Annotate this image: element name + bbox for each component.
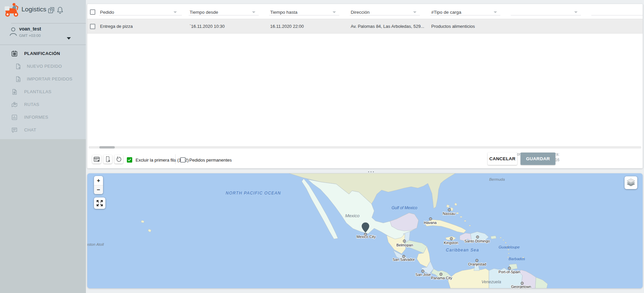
map-label-belmopan: Belmopan: [396, 243, 413, 247]
map-label-mexico: Mexico: [345, 213, 360, 218]
cancel-button[interactable]: CANCELAR: [488, 153, 517, 165]
cell-tiempo-hasta: 16.11.2020 22:00: [270, 19, 346, 34]
sidebar: Logistics ? voan_test GMT +03:00: [0, 0, 86, 293]
brand-header: Logistics ?: [0, 0, 86, 19]
sidebar-item-label: INFORMES: [24, 111, 48, 124]
column-select-tiempo-hasta[interactable]: Tiempo hasta: [270, 4, 339, 19]
chevron-down-icon: [413, 11, 416, 13]
map-canvas[interactable]: NORTH PACIFIC OCEAN Gulf of Mexico Carib…: [87, 173, 643, 288]
file-pin-icon: [11, 89, 18, 95]
fullscreen-button[interactable]: [94, 197, 105, 209]
sidebar-item-planificacion[interactable]: PLANIFICACIÓN: [0, 47, 86, 60]
user-avatar-icon: [9, 26, 17, 37]
column-select-pedido[interactable]: Pedido: [100, 4, 183, 19]
user-timezone: GMT +03:00: [19, 34, 41, 38]
map-label-barbados: Barbados: [508, 257, 525, 261]
row-checkbox[interactable]: [90, 24, 95, 29]
map-label-mexico-city: Mexico City: [357, 235, 376, 239]
chevron-down-icon: [174, 11, 177, 13]
column-select-empty-2[interactable]: [592, 4, 643, 19]
column-select-tiempo-desde[interactable]: Tiempo desde: [190, 4, 259, 19]
cell-direccion: Av. Palomas 84, Las Arboledas, 529...: [351, 19, 428, 34]
select-all-checkbox[interactable]: [90, 9, 95, 15]
add-rows-button[interactable]: [92, 155, 101, 164]
column-select-direccion[interactable]: Dirección: [351, 4, 420, 19]
zoom-control: + −: [94, 176, 103, 194]
chevron-down-icon: [333, 11, 336, 13]
sidebar-item-rutas[interactable]: RUTAS: [0, 98, 86, 111]
basemap: NORTH PACIFIC OCEAN Gulf of Mexico Carib…: [87, 173, 643, 288]
sidebar-item-informes[interactable]: INFORMES: [0, 111, 86, 124]
map-label-oranjestad: Oranjestad: [468, 262, 486, 266]
cell-tiempo-desde: `16.11.2020 10:30: [190, 19, 265, 34]
route-map-icon: [11, 101, 18, 108]
sidebar-item-label: PLANTILLAS: [24, 85, 51, 98]
permanent-orders-label[interactable]: Pedidos permanentes: [189, 158, 232, 163]
chevron-down-icon: [494, 11, 497, 13]
svg-text:?: ?: [50, 9, 52, 13]
zoom-out-button[interactable]: −: [94, 185, 103, 194]
sidebar-item-label: PLANIFICACIÓN: [24, 47, 60, 60]
map-label-san-salvador: San Salvador: [393, 257, 415, 261]
column-label: Pedido: [100, 10, 114, 15]
chevron-down-icon: [574, 11, 578, 13]
sidebar-item-label: RUTAS: [24, 98, 39, 111]
map-label-caribbean: Caribbean Sea: [446, 248, 479, 252]
notifications-bell-icon[interactable]: [56, 6, 64, 14]
column-label: #Tipo de carga: [431, 10, 461, 15]
sidebar-item-chat[interactable]: CHAT: [0, 124, 86, 136]
chat-bubble-icon: [11, 127, 18, 133]
panel-resize-handle[interactable]: [367, 170, 375, 173]
sidebar-item-importar-pedidos[interactable]: IMPORTAR PEDIDOS: [0, 73, 86, 85]
map-label-panama-city: Panama City: [431, 276, 452, 280]
column-select-tipo-carga[interactable]: #Tipo de carga: [431, 4, 500, 19]
map-label-havana: Havana: [424, 221, 437, 225]
bar-chart-icon: [11, 114, 18, 121]
sidebar-item-nuevo-pedido[interactable]: NUEVO PEDIDO: [0, 60, 86, 73]
cell-tipo-carga: Productos alimenticios: [431, 19, 508, 34]
map-label-georgetown: Georgetown: [511, 285, 531, 288]
sidebar-divider: [0, 45, 86, 45]
chevron-down-icon: [252, 11, 255, 13]
file-plus-icon: [15, 63, 21, 70]
scrollbar-thumb[interactable]: [99, 146, 115, 149]
expand-arrows-icon: [94, 197, 105, 209]
app-title: Logistics: [21, 6, 46, 13]
sidebar-item-label: NUEVO PEDIDO: [27, 60, 62, 73]
save-button[interactable]: GUARDAR: [521, 153, 555, 165]
sidebar-item-plantillas[interactable]: PLANTILLAS: [0, 85, 86, 98]
add-column-button[interactable]: [103, 155, 112, 164]
map-label-port-of-spain: Port-of-Spain: [499, 270, 521, 274]
map-label-bermuda: Bermuda: [489, 177, 505, 181]
delivery-scooter-logo-icon: [4, 2, 19, 17]
map-label-johnston-atoll: nston Atoll: [87, 242, 104, 246]
app-window: Logistics ? voan_test GMT +03:00: [0, 0, 644, 293]
sidebar-item-label: IMPORTAR PEDIDOS: [27, 73, 72, 85]
user-name: voan_test: [19, 26, 41, 32]
map-label-san-jose: San Jose: [415, 273, 431, 277]
column-label: Tiempo hasta: [270, 10, 297, 15]
zoom-in-button[interactable]: +: [94, 176, 103, 185]
map-label-ocean: NORTH PACIFIC OCEAN: [226, 191, 281, 195]
map-label-santo-domingo: Santo Domingo: [464, 239, 490, 243]
undo-button[interactable]: [114, 155, 123, 164]
toolbar-divider: [175, 154, 176, 164]
exclude-first-row-checkbox[interactable]: [127, 157, 132, 163]
table-row[interactable]: Entrega de pizza `16.11.2020 10:30 16.11…: [87, 19, 643, 34]
map-label-guadeloupe: Guadeloupe: [499, 245, 520, 249]
planning-calendar-icon: [11, 50, 18, 57]
column-select-empty-1[interactable]: [512, 4, 581, 19]
sidebar-divider: [11, 23, 86, 23]
map-label-kingston: Kingston: [444, 241, 458, 245]
permanent-orders-checkbox[interactable]: [180, 157, 186, 163]
user-account-menu[interactable]: voan_test GMT +03:00: [0, 25, 86, 42]
layers-button[interactable]: [625, 176, 637, 189]
layers-icon: [625, 176, 637, 189]
sidebar-item-label: CHAT: [24, 124, 36, 136]
help-icon[interactable]: ?: [47, 6, 55, 14]
column-label: Tiempo desde: [190, 10, 218, 15]
map-label-gulf: Gulf of Mexico: [392, 206, 417, 210]
horizontal-scrollbar[interactable]: [89, 146, 641, 149]
cell-pedido: Entrega de pizza: [100, 19, 184, 34]
user-menu-caret-icon[interactable]: [67, 37, 71, 40]
